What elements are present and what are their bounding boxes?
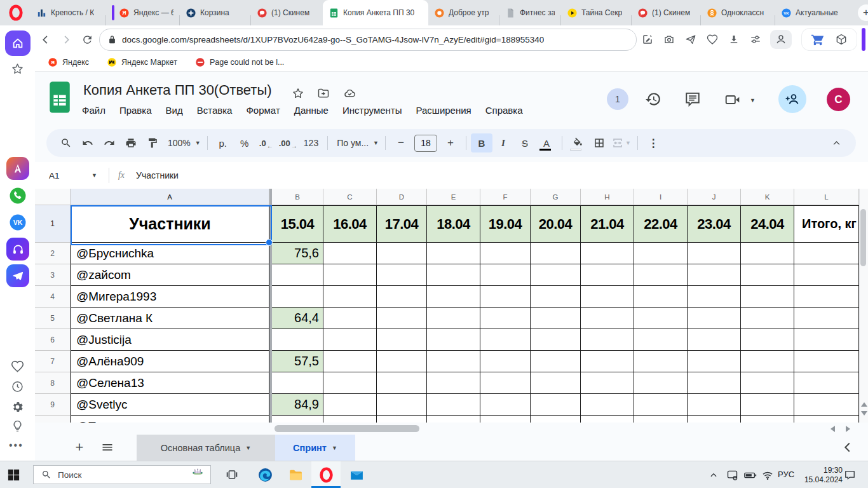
downloads-icon[interactable] — [728, 34, 740, 45]
hide-toolbar-button[interactable] — [825, 133, 847, 152]
cell-F7[interactable] — [480, 351, 531, 372]
print-button[interactable] — [120, 133, 142, 152]
browser-tab[interactable]: Копия Анкета ПП 30 — [323, 0, 428, 25]
cell-H1[interactable]: 21.04 — [581, 205, 634, 243]
cell-C6[interactable] — [323, 329, 377, 351]
redo-button[interactable] — [98, 133, 120, 152]
player-icon[interactable] — [6, 238, 29, 261]
fill-color-button[interactable] — [567, 133, 588, 152]
cell-I4[interactable] — [634, 286, 688, 308]
cell-G6[interactable] — [531, 329, 581, 351]
cell-D2[interactable] — [377, 243, 427, 264]
wifi-icon[interactable] — [761, 469, 774, 482]
cell-G4[interactable] — [531, 286, 581, 308]
move-folder-icon[interactable] — [317, 87, 330, 100]
cell-E3[interactable] — [427, 264, 480, 286]
cell-F5[interactable] — [480, 308, 531, 329]
cell-A10[interactable]: @Т — [71, 416, 269, 423]
cell-K2[interactable] — [741, 243, 794, 264]
browser-tab[interactable]: Доброе утр — [428, 0, 499, 25]
cell-L10[interactable] — [794, 416, 859, 423]
all-sheets-icon[interactable] — [101, 441, 114, 454]
merge-cells-button[interactable]: ▼ — [610, 133, 633, 152]
cell-A7[interactable]: @Алёна909 — [71, 351, 269, 372]
explorer-taskbar-icon[interactable] — [281, 461, 310, 488]
collaborators-badge[interactable]: 1 — [607, 88, 628, 110]
cell-J9[interactable] — [688, 394, 741, 416]
history-sidebar-icon[interactable] — [11, 380, 24, 393]
cell-E8[interactable] — [427, 372, 480, 394]
cell-E10[interactable] — [427, 416, 480, 423]
cell-B8[interactable] — [272, 372, 323, 394]
cell-C5[interactable] — [323, 308, 377, 329]
cell-C2[interactable] — [323, 243, 377, 264]
version-history-icon[interactable] — [645, 91, 661, 107]
sheet-tab-1[interactable]: Основная таблица▼ — [137, 435, 275, 461]
cell-B7[interactable]: 57,5 — [272, 351, 323, 372]
bookmark-item[interactable]: ЯЯндекс — [48, 57, 89, 67]
cell-I3[interactable] — [634, 264, 688, 286]
decrease-font-button[interactable]: − — [390, 133, 412, 152]
menu-Правка[interactable]: Правка — [119, 105, 152, 116]
sheet-tab-2[interactable]: Спринт▼ — [275, 435, 355, 461]
cell-L7[interactable] — [794, 351, 859, 372]
cell-K5[interactable] — [741, 308, 794, 329]
cell-D9[interactable] — [377, 394, 427, 416]
share-page-icon[interactable] — [685, 34, 696, 45]
bookmarks-star-icon[interactable] — [11, 62, 24, 76]
cell-J3[interactable] — [688, 264, 741, 286]
document-title[interactable]: Копия Анкета ПП 30(Ответы) — [83, 82, 272, 98]
speed-dial-button[interactable] — [5, 30, 31, 56]
bookmark-item[interactable]: Page could not be l... — [195, 57, 284, 67]
meet-caret-icon[interactable]: ▼ — [750, 97, 756, 104]
cell-A3[interactable]: @zайcom — [71, 264, 269, 286]
cell-A2[interactable]: @Бруснисhka — [71, 243, 269, 264]
cell-E6[interactable] — [427, 329, 480, 351]
browser-tab[interactable]: (1) Скинем — [251, 0, 323, 25]
cell-K3[interactable] — [741, 264, 794, 286]
bookmark-item[interactable]: Яндекс Маркет — [107, 57, 177, 67]
comments-icon[interactable] — [684, 91, 701, 107]
menu-Вставка[interactable]: Вставка — [197, 105, 233, 116]
favorites-icon[interactable] — [707, 34, 718, 45]
browser-tab[interactable]: Одноклассн — [701, 0, 775, 25]
cell-E1[interactable]: 18.04 — [427, 205, 480, 243]
undo-button[interactable] — [77, 133, 98, 152]
column-header-C[interactable]: C — [323, 189, 377, 205]
cell-D7[interactable] — [377, 351, 427, 372]
cell-B6[interactable] — [272, 329, 323, 351]
column-header-H[interactable]: H — [581, 189, 634, 205]
menu-Формат[interactable]: Формат — [246, 105, 280, 116]
cell-H10[interactable] — [581, 416, 634, 423]
cell-F10[interactable] — [480, 416, 531, 423]
row-header-8[interactable]: 8 — [35, 372, 71, 394]
cell-I5[interactable] — [634, 308, 688, 329]
column-header-L[interactable]: L — [794, 189, 859, 205]
name-box-caret-icon[interactable]: ▼ — [92, 172, 97, 179]
cell-I6[interactable] — [634, 329, 688, 351]
profile-button[interactable] — [770, 30, 792, 49]
cell-F3[interactable] — [480, 264, 531, 286]
cell-C8[interactable] — [323, 372, 377, 394]
row-header-3[interactable]: 3 — [35, 264, 71, 286]
row-header-6[interactable]: 6 — [35, 329, 71, 351]
task-view-button[interactable] — [217, 461, 247, 488]
browser-tab[interactable]: Корзина — [180, 0, 250, 25]
currency-format-button[interactable]: р. — [212, 133, 234, 152]
cell-E2[interactable] — [427, 243, 480, 264]
cell-K4[interactable] — [741, 286, 794, 308]
mail-taskbar-icon[interactable] — [342, 461, 371, 488]
cell-B2[interactable]: 75,6 — [272, 243, 323, 264]
vk-sidebar-icon[interactable]: VK — [6, 211, 29, 234]
cell-I10[interactable] — [634, 416, 688, 423]
paint-format-button[interactable] — [142, 133, 163, 152]
cell-J2[interactable] — [688, 243, 741, 264]
browser-tab[interactable]: ЯЯндекс — 6 — [106, 0, 179, 25]
menu-Справка[interactable]: Справка — [485, 105, 523, 116]
browser-tab[interactable]: Крепость / К — [31, 0, 105, 25]
cell-F8[interactable] — [480, 372, 531, 394]
menu-Инструменты[interactable]: Инструменты — [342, 105, 402, 116]
sidebar-app-icon[interactable] — [6, 157, 29, 180]
cell-B4[interactable] — [272, 286, 323, 308]
cell-C7[interactable] — [323, 351, 377, 372]
